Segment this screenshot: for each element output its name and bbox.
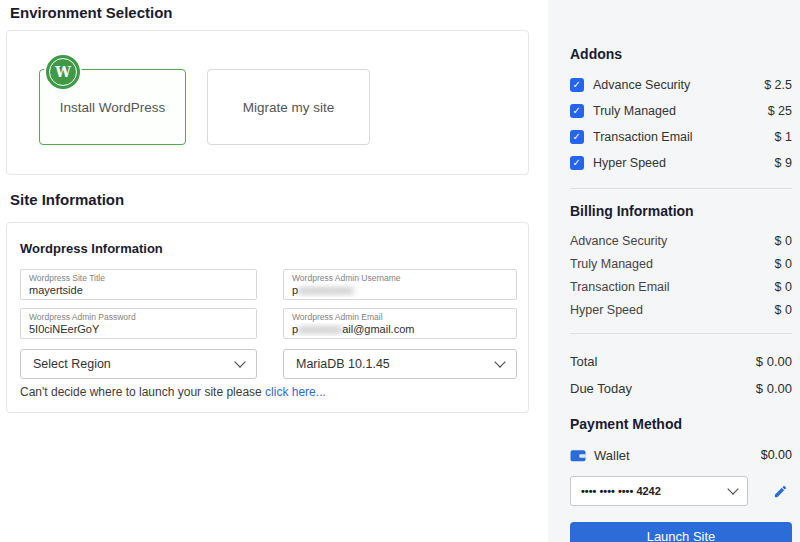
total-row: Total $ 0.00 [570, 348, 792, 375]
billing-price: $ 0 [775, 303, 792, 317]
addon-label: Hyper Speed [593, 156, 666, 170]
billing-label: Hyper Speed [570, 303, 643, 317]
admin-email-field[interactable]: Wordpress Admin Email pxxxxxxxxail@gmail… [283, 308, 517, 339]
addon-row-truly-managed: Truly Managed $ 25 [570, 98, 792, 124]
billing-row: Truly Managed $ 0 [570, 252, 792, 275]
addon-label: Advance Security [593, 78, 690, 92]
edit-card-icon[interactable] [773, 484, 788, 499]
site-information-title: Site Information [10, 191, 124, 208]
addon-row-advance-security: Advance Security $ 2.5 [570, 72, 792, 98]
wallet-payment-option[interactable]: Wallet $0.00 [570, 442, 792, 468]
admin-password-field[interactable]: Wordpress Admin Password 5I0ciNEerGoY [20, 308, 257, 339]
option-install-wordpress[interactable]: W Install WordPress [39, 69, 186, 145]
admin-username-field[interactable]: Wordpress Admin Username pxxxxxxxxxx [283, 269, 517, 300]
addon-price: $ 1 [775, 130, 792, 144]
card-selection-row: •••• •••• •••• 4242 [570, 476, 792, 506]
site-title-field-value: mayertside [29, 284, 248, 297]
total-value: $ 0.00 [756, 354, 792, 369]
chevron-down-icon [234, 356, 245, 367]
option-migrate-site[interactable]: Migrate my site [207, 69, 370, 145]
site-information-card: Wordpress Information Wordpress Site Tit… [6, 222, 529, 413]
billing-label: Advance Security [570, 234, 667, 248]
billing-label: Transaction Email [570, 280, 670, 294]
launch-help-text: Can't decide where to launch your site p… [20, 385, 326, 399]
admin-username-field-value: pxxxxxxxxxx [292, 284, 508, 297]
option-migrate-label: Migrate my site [243, 100, 335, 115]
billing-price: $ 0 [775, 280, 792, 294]
site-title-field-label: Wordpress Site Title [29, 273, 248, 284]
billing-price: $ 0 [775, 257, 792, 271]
addon-checkbox-checked[interactable] [570, 78, 584, 92]
credit-card-number: •••• •••• •••• 4242 [581, 485, 661, 497]
database-select[interactable]: MariaDB 10.1.45 [283, 349, 517, 379]
wallet-label: Wallet [594, 448, 630, 463]
site-title-field[interactable]: Wordpress Site Title mayertside [20, 269, 257, 300]
admin-password-field-value: 5I0ciNEerGoY [29, 323, 248, 336]
due-today-label: Due Today [570, 381, 632, 396]
region-select-value: Select Region [33, 357, 111, 371]
addon-checkbox-checked[interactable] [570, 156, 584, 170]
divider [570, 188, 792, 189]
region-select[interactable]: Select Region [20, 349, 257, 379]
addon-row-hyper-speed: Hyper Speed $ 9 [570, 150, 792, 176]
chevron-down-icon [494, 356, 505, 367]
database-select-value: MariaDB 10.1.45 [296, 357, 390, 371]
chevron-down-icon [727, 483, 738, 494]
addon-checkbox-checked[interactable] [570, 104, 584, 118]
total-label: Total [570, 354, 597, 369]
wordpress-information-subtitle: Wordpress Information [20, 241, 163, 256]
billing-price: $ 0 [775, 234, 792, 248]
click-here-link[interactable]: click here... [265, 385, 326, 399]
wordpress-logo-icon: W [44, 53, 82, 91]
billing-label: Truly Managed [570, 257, 653, 271]
environment-card: W Install WordPress Migrate my site [6, 30, 529, 175]
addon-label: Truly Managed [593, 104, 676, 118]
wallet-amount: $0.00 [761, 448, 792, 462]
admin-email-field-label: Wordpress Admin Email [292, 312, 508, 323]
billing-row: Transaction Email $ 0 [570, 275, 792, 298]
addon-price: $ 2.5 [764, 78, 792, 92]
payment-method-title: Payment Method [570, 416, 792, 432]
addon-price: $ 25 [768, 104, 792, 118]
launch-site-button[interactable]: Launch Site [570, 522, 792, 542]
admin-username-field-label: Wordpress Admin Username [292, 273, 508, 284]
environment-selection-title: Environment Selection [10, 4, 173, 21]
due-today-value: $ 0.00 [756, 381, 792, 396]
credit-card-select[interactable]: •••• •••• •••• 4242 [570, 476, 748, 506]
addon-checkbox-checked[interactable] [570, 130, 584, 144]
billing-information-title: Billing Information [570, 203, 792, 219]
admin-email-field-value: pxxxxxxxxail@gmail.com [292, 323, 508, 336]
due-today-row: Due Today $ 0.00 [570, 375, 792, 402]
wallet-icon [570, 449, 586, 462]
option-install-label: Install WordPress [60, 100, 166, 115]
billing-row: Advance Security $ 0 [570, 229, 792, 252]
addon-price: $ 9 [775, 156, 792, 170]
wordpress-logo-glyph: W [49, 58, 77, 86]
divider [570, 333, 792, 334]
billing-row: Hyper Speed $ 0 [570, 298, 792, 321]
addons-title: Addons [570, 46, 792, 62]
addon-row-transaction-email: Transaction Email $ 1 [570, 124, 792, 150]
admin-password-field-label: Wordpress Admin Password [29, 312, 248, 323]
order-summary-panel: Addons Advance Security $ 2.5 Truly Mana… [548, 0, 800, 542]
wordpress-launch-page: Environment Selection W Install WordPres… [0, 0, 800, 542]
addon-label: Transaction Email [593, 130, 693, 144]
